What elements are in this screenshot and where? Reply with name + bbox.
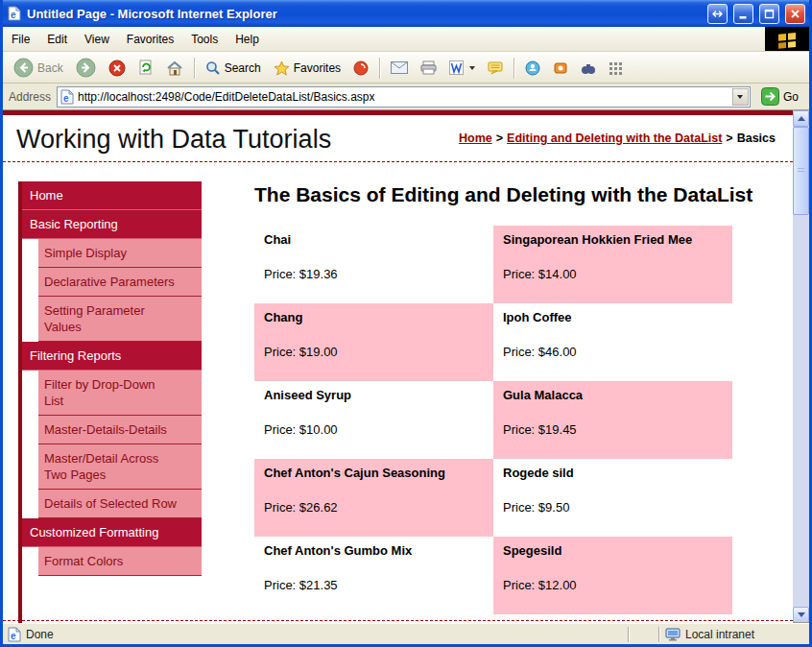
- sidebar-item-format-colors[interactable]: Format Colors: [38, 547, 202, 576]
- toolbar-separator: [379, 58, 380, 79]
- stop-button[interactable]: [104, 57, 131, 80]
- page-favicon: e: [60, 89, 74, 105]
- maximize-button[interactable]: [759, 4, 779, 24]
- research-button[interactable]: [576, 59, 601, 78]
- product-price: Price: $14.00: [503, 267, 723, 281]
- status-text: Done: [26, 628, 54, 641]
- discuss-button[interactable]: [483, 59, 508, 78]
- sidebar-item-home[interactable]: Home: [22, 181, 202, 210]
- vertical-scrollbar[interactable]: [793, 110, 809, 623]
- sidebar-item-simple-display[interactable]: Simple Display: [38, 239, 202, 268]
- status-left: e Done: [6, 627, 626, 642]
- product-name: Ipoh Coffee: [503, 310, 723, 324]
- address-dropdown-button[interactable]: [732, 88, 749, 106]
- title-bar: e Untitled Page - Microsoft Internet Exp…: [3, 0, 809, 27]
- forward-button[interactable]: [71, 55, 101, 81]
- maximize-icon: [763, 8, 776, 20]
- menu-edit[interactable]: Edit: [38, 27, 76, 51]
- mail-button[interactable]: [386, 59, 413, 77]
- home-button[interactable]: [161, 58, 188, 79]
- breadcrumb-home-link[interactable]: Home: [459, 132, 492, 145]
- zone-label: Local intranet: [685, 628, 754, 641]
- print-icon: [420, 60, 437, 75]
- arrow-up-icon: [798, 116, 805, 121]
- go-button[interactable]: Go: [756, 87, 803, 106]
- grid-icon: [609, 61, 622, 75]
- local-intranet-icon: [665, 628, 681, 641]
- main-content: The Basics of Editing and Deleting with …: [202, 181, 793, 623]
- quick-links-button[interactable]: [604, 59, 627, 78]
- product-cell: Ipoh Coffee Price: $46.00: [493, 303, 732, 381]
- sidebar-item-master-detail-across-two-pages[interactable]: Master/Detail Across Two Pages: [38, 444, 202, 490]
- page-header: Working with Data Tutorials Home>Editing…: [3, 115, 793, 158]
- media-button[interactable]: [348, 58, 373, 79]
- breadcrumb-separator: >: [496, 132, 503, 145]
- menu-view[interactable]: View: [76, 27, 118, 51]
- menu-help[interactable]: Help: [227, 27, 268, 51]
- forward-icon: [76, 58, 96, 78]
- product-price: Price: $19.36: [264, 267, 484, 281]
- print-button[interactable]: [416, 58, 442, 78]
- page-content: Home Basic Reporting Simple Display Decl…: [3, 162, 793, 623]
- address-bar: Address e http://localhost:2498/Code/Edi…: [3, 84, 809, 110]
- messenger-button[interactable]: [520, 58, 545, 79]
- sidebar-item-declarative-parameters[interactable]: Declarative Parameters: [38, 268, 202, 297]
- sidebar-item-master-details-details[interactable]: Master-Details-Details: [38, 416, 202, 444]
- sidebar-item-customized-formatting[interactable]: Customized Formatting: [22, 518, 202, 547]
- menu-tools[interactable]: Tools: [182, 27, 227, 51]
- address-input[interactable]: e http://localhost:2498/Code/EditDeleteD…: [57, 86, 751, 108]
- scrollbar-track[interactable]: [793, 127, 809, 607]
- sidebar-item-filter-by-dropdown-list[interactable]: Filter by Drop-Down List: [38, 371, 202, 416]
- svg-text:e: e: [11, 630, 16, 640]
- snagit-button[interactable]: [548, 58, 573, 79]
- edit-with-word-button[interactable]: [444, 58, 480, 78]
- breadcrumb-current: Basics: [737, 132, 776, 145]
- scroll-down-button[interactable]: [793, 607, 809, 623]
- messenger-icon: [525, 60, 540, 76]
- sidebar-item-setting-parameter-values[interactable]: Setting Parameter Values: [38, 297, 202, 342]
- menu-spacer: [268, 27, 765, 51]
- menu-favorites[interactable]: Favorites: [118, 27, 182, 51]
- ie-page-icon: e: [7, 6, 22, 21]
- product-name: Chef Anton's Cajun Seasoning: [264, 466, 484, 480]
- standard-toolbar: Back Search Favorites: [3, 52, 809, 84]
- media-icon: [353, 60, 369, 76]
- product-cell: Chef Anton's Cajun Seasoning Price: $26.…: [254, 459, 493, 537]
- scrollbar-thumb[interactable]: [793, 127, 809, 215]
- breadcrumb-section-link[interactable]: Editing and Deleting with the DataList: [507, 132, 722, 145]
- close-button[interactable]: [785, 4, 805, 24]
- window-resize-button[interactable]: [707, 4, 728, 24]
- site-title: Working with Data Tutorials: [16, 125, 459, 155]
- word-icon: [449, 60, 464, 75]
- product-cell: Gula Malacca Price: $19.45: [493, 381, 732, 459]
- sidebar-item-basic-reporting[interactable]: Basic Reporting: [22, 210, 202, 239]
- product-price: Price: $19.45: [503, 422, 723, 437]
- window-title: Untitled Page - Microsoft Internet Explo…: [27, 7, 702, 21]
- back-button[interactable]: Back: [9, 55, 68, 81]
- brand-logo: [765, 27, 809, 51]
- scroll-up-button[interactable]: [793, 110, 809, 127]
- product-name: Rogede sild: [503, 466, 723, 480]
- product-datalist: Chai Price: $19.36 Singaporean Hokkien F…: [254, 226, 793, 614]
- favorites-star-icon: [274, 60, 290, 76]
- page-status-icon: e: [8, 627, 21, 642]
- favorites-button[interactable]: Favorites: [269, 58, 346, 79]
- sidebar-nav: Home Basic Reporting Simple Display Decl…: [18, 181, 202, 623]
- menu-file[interactable]: File: [3, 27, 38, 51]
- product-price: Price: $46.00: [503, 345, 723, 359]
- sidebar-item-details-of-selected-row[interactable]: Details of Selected Row: [38, 490, 202, 518]
- binoculars-icon: [581, 61, 596, 75]
- status-bar: e Done Local intranet: [3, 623, 809, 644]
- ie-window: e Untitled Page - Microsoft Internet Exp…: [0, 0, 812, 647]
- back-icon: [13, 58, 34, 78]
- dropdown-caret-icon: [469, 66, 475, 70]
- sidebar-item-filtering-reports[interactable]: Filtering Reports: [22, 342, 202, 371]
- product-cell: Rogede sild Price: $9.50: [493, 459, 732, 537]
- search-button[interactable]: Search: [201, 58, 266, 79]
- product-cell: Singaporean Hokkien Fried Mee Price: $14…: [493, 226, 732, 303]
- refresh-button[interactable]: [133, 57, 158, 79]
- address-url: http://localhost:2498/Code/EditDeleteDat…: [78, 90, 728, 104]
- product-name: Aniseed Syrup: [264, 388, 484, 402]
- minimize-button[interactable]: [733, 4, 753, 24]
- product-price: Price: $9.50: [503, 500, 723, 515]
